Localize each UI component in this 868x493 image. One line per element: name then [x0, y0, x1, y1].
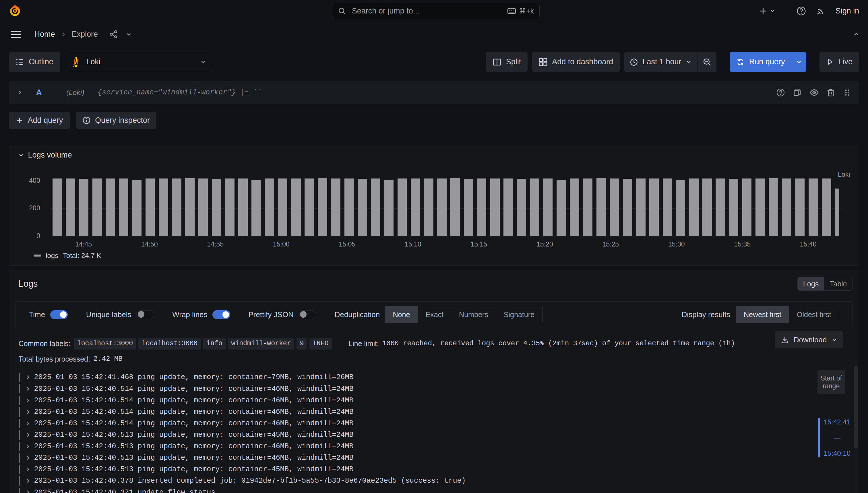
view-option-table[interactable]: Table [824, 277, 852, 291]
display-option-oldest-first[interactable]: Oldest first [789, 306, 839, 323]
query-inspector-button[interactable]: Query inspector [76, 112, 156, 129]
breadcrumb-home[interactable]: Home [35, 30, 55, 39]
chart-bar [702, 178, 712, 236]
logs-scrollbar[interactable] [854, 366, 858, 493]
chart-bar [556, 180, 566, 236]
chevron-down-icon [769, 8, 776, 14]
live-button[interactable]: Live [820, 52, 859, 72]
chart-bar [52, 178, 62, 236]
log-expand-chevron-icon [25, 421, 31, 426]
log-level-bar [19, 430, 20, 440]
range-end-time: 15:40:10 [824, 449, 850, 457]
chart-bar [159, 178, 168, 236]
preview-eye-icon[interactable] [809, 88, 819, 97]
log-level-bar [19, 453, 20, 463]
download-button[interactable]: Download [775, 331, 843, 348]
add-query-button[interactable]: Add query [9, 112, 70, 129]
split-label: Split [506, 57, 521, 66]
chart-bar [504, 178, 513, 236]
deduplication-label: Deduplication [334, 310, 380, 319]
chart-bar [371, 178, 380, 236]
log-row[interactable]: 2025-01-03 15:42:40.513 ping update, mem… [19, 464, 853, 475]
chart-bar [304, 178, 314, 236]
log-row[interactable]: 2025-01-03 15:42:40.513 ping update, mem… [19, 429, 853, 441]
outline-button[interactable]: Outline [9, 52, 60, 72]
chart-bar [411, 178, 420, 236]
share-icon[interactable] [109, 30, 118, 39]
chart-series-label[interactable]: Loki [838, 171, 850, 178]
zoom-out-time-button[interactable] [698, 52, 717, 72]
view-option-logs[interactable]: Logs [798, 277, 824, 291]
range-start-time: 15:42:41 [824, 418, 850, 426]
time-range-button[interactable]: Last 1 hour [624, 52, 698, 72]
page-menu-chevron-down-icon[interactable] [125, 31, 132, 38]
sign-in-button[interactable]: Sign in [835, 6, 860, 16]
delete-query-trash-icon[interactable] [826, 88, 835, 97]
start-of-range-badge: Start of range [818, 370, 845, 394]
collapse-chevron-up-icon[interactable] [852, 30, 860, 38]
chart-plot-area[interactable]: 4002000 14:4514:5014:5515:0015:0515:1015… [50, 181, 841, 236]
chart-bar [477, 178, 487, 236]
chart-bar [809, 178, 818, 236]
display-option-newest-first[interactable]: Newest first [736, 306, 789, 323]
run-query-button[interactable]: Run query [729, 52, 791, 72]
logs-scrollbar-thumb[interactable] [854, 366, 858, 449]
split-button[interactable]: Split [486, 52, 528, 72]
toggle-time[interactable] [50, 310, 68, 319]
log-line-text: 2025-01-03 15:42:40.513 ping update, mem… [34, 442, 354, 451]
log-expand-chevron-icon [25, 478, 31, 484]
help-icon[interactable] [796, 6, 806, 16]
info-circle-icon [82, 116, 91, 125]
toggle-unique-labels[interactable] [136, 310, 154, 319]
log-row[interactable]: 2025-01-03 15:42:40.514 ping update, mem… [19, 394, 853, 406]
chart-bar [278, 178, 288, 236]
log-row[interactable]: 2025-01-03 15:42:40.514 ping update, mem… [19, 406, 853, 417]
chart-bar [358, 179, 367, 236]
log-row[interactable]: 2025-01-03 15:42:40.514 ping update, mem… [19, 417, 853, 429]
toggle-label-unique-labels: Unique labels [86, 310, 131, 319]
x-axis-tick: 15:25 [602, 240, 619, 248]
news-rss-icon[interactable] [816, 6, 826, 16]
legend-series-name[interactable]: logs [46, 252, 58, 260]
logs-volume-header[interactable]: Logs volume [18, 150, 850, 161]
download-chevron-down-icon [831, 337, 837, 343]
dedup-option-numbers[interactable]: Numbers [451, 306, 496, 323]
add-to-dashboard-button[interactable]: Add to dashboard [532, 52, 620, 72]
dedup-option-signature[interactable]: Signature [496, 306, 542, 323]
common-label-badge: INFO [310, 338, 332, 349]
log-row[interactable]: 2025-01-03 15:42:40.378 inserted complet… [19, 475, 853, 487]
grafana-logo-icon[interactable] [9, 4, 21, 18]
datasource-picker[interactable]: Loki [66, 52, 212, 72]
chart-bar [344, 178, 354, 236]
collapse-chevron-down-icon [18, 152, 24, 158]
copy-query-icon[interactable] [793, 88, 802, 97]
log-row[interactable]: 2025-01-03 15:42:41.468 ping update, mem… [19, 372, 853, 383]
log-row[interactable]: 2025-01-03 15:42:40.513 ping update, mem… [19, 441, 853, 452]
query-help-icon[interactable] [776, 88, 785, 97]
chart-bar [264, 178, 274, 236]
chart-bar [742, 178, 752, 236]
drag-handle-icon[interactable] [843, 88, 851, 97]
log-expand-chevron-icon [25, 467, 31, 472]
log-row[interactable]: 2025-01-03 15:42:40.371 update flow stat… [19, 487, 853, 493]
log-row[interactable]: 2025-01-03 15:42:40.514 ping update, mem… [19, 383, 853, 394]
dashboard-grid-icon [539, 58, 548, 67]
chart-bar [610, 178, 619, 236]
run-query-chevron-down-button[interactable] [792, 52, 806, 72]
query-expand-chevron-icon[interactable] [17, 89, 23, 95]
log-line-text: 2025-01-03 15:42:40.378 inserted complet… [34, 477, 466, 485]
display-results-options: Newest firstOldest first [736, 306, 839, 323]
toggle-prettify-json[interactable] [298, 310, 316, 319]
dedup-option-none[interactable]: None [385, 306, 418, 323]
toggle-wrap-lines[interactable] [212, 310, 230, 319]
dedup-option-exact[interactable]: Exact [418, 306, 451, 323]
search-box[interactable]: ⌘+k [332, 3, 539, 20]
breadcrumb-current[interactable]: Explore [71, 30, 98, 39]
log-row[interactable]: 2025-01-03 15:42:40.513 ping update, mem… [19, 452, 853, 464]
new-menu-button[interactable] [759, 6, 776, 16]
x-axis: 14:4514:5014:5515:0015:0515:1015:1515:20… [50, 236, 841, 248]
query-row[interactable]: A (Loki) {service_name="windmill-worker"… [9, 81, 859, 104]
menu-hamburger-icon[interactable] [11, 30, 21, 38]
search-input[interactable] [351, 6, 503, 16]
x-axis-tick: 15:20 [536, 240, 553, 248]
